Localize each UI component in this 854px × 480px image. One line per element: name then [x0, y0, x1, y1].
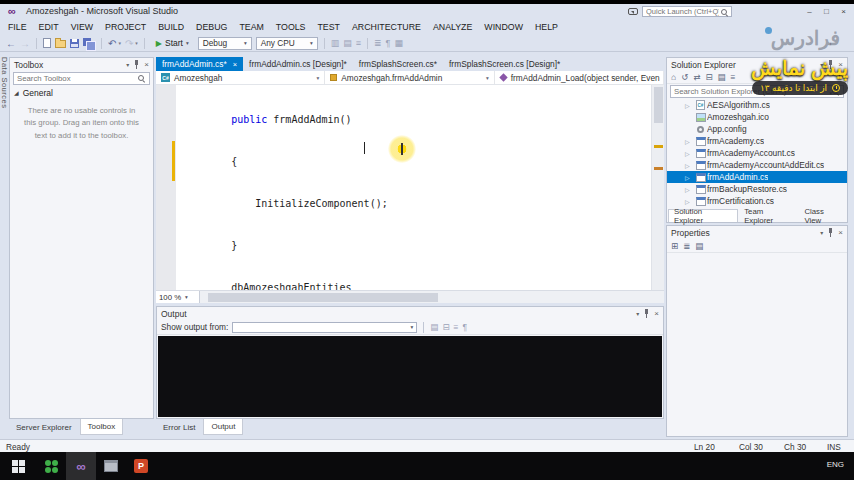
window-position-icon[interactable]: ▾ [820, 229, 823, 236]
window-position-icon[interactable]: ▾ [636, 310, 639, 317]
alphabetical-icon[interactable]: ≣ [683, 241, 690, 251]
taskbar-app-icon[interactable] [36, 452, 66, 480]
quick-launch-box[interactable] [642, 6, 732, 17]
sidebar-tab-data-sources[interactable]: Data Sources [0, 57, 9, 137]
tab-frmsplashscreen-cs[interactable]: frmSplashScreen.cs* [353, 57, 443, 71]
home-icon[interactable]: ⌂ [671, 72, 676, 82]
tab-frmaddadmin-design[interactable]: frmAddAdmin.cs [Design]* [243, 57, 353, 71]
pin-icon[interactable] [643, 309, 650, 318]
toolbar-icon[interactable]: ▤ [343, 38, 352, 48]
tab-error-list[interactable]: Error List [156, 419, 202, 435]
menu-debug[interactable]: DEBUG [190, 19, 233, 35]
scrollbar-thumb[interactable] [654, 87, 663, 123]
open-file-icon[interactable] [55, 40, 66, 48]
minimize-button[interactable]: – [801, 4, 818, 18]
code-line[interactable]: public frmAddAdmin() [183, 113, 650, 127]
tree-item[interactable]: ▷ Amozeshgah.ico [667, 111, 847, 123]
output-header[interactable]: Output ▾ × [157, 307, 663, 320]
menu-help[interactable]: HELP [529, 19, 564, 35]
tab-class-view[interactable]: Class View [799, 209, 847, 222]
menu-test[interactable]: TEST [312, 19, 346, 35]
output-toolbar-icon[interactable]: ⊟ [442, 322, 449, 332]
close-icon[interactable]: × [233, 60, 237, 69]
redo-icon[interactable]: ↷ [125, 36, 133, 51]
toolbar-icon[interactable]: ¶ [386, 38, 391, 48]
tree-item[interactable]: ▷ frmAcademyAccountAddEdit.cs [667, 159, 847, 171]
start-debug-button[interactable]: ▶ Start ▾ [151, 36, 194, 51]
solution-platform-combo[interactable]: Any CPU ▾ [256, 37, 318, 50]
tab-server-explorer[interactable]: Server Explorer [9, 419, 79, 435]
toolbar-icon[interactable]: ≣ [374, 38, 382, 48]
scrollbar-thumb[interactable] [208, 293, 438, 302]
navigate-forward-icon[interactable]: → [20, 36, 30, 51]
tree-item-selected[interactable]: ▷ frmAddAdmin.cs [667, 171, 847, 183]
code-line[interactable]: InitializeComponent(); [183, 197, 650, 211]
menu-architecture[interactable]: ARCHITECTURE [346, 19, 427, 35]
toolbox-header[interactable]: Toolbox ▾ × [10, 58, 153, 71]
output-source-combo[interactable]: ▾ [232, 322, 417, 333]
tree-item[interactable]: ▷ frmCertification.cs [667, 195, 847, 207]
code-line[interactable]: dbAmozeshgahEntities [183, 281, 650, 290]
tree-item[interactable]: ▷ frmAcademy.cs [667, 135, 847, 147]
breadcrumb-project-dropdown[interactable]: C# Amozeshgah ▾ [156, 71, 325, 84]
menu-edit[interactable]: EDIT [33, 19, 65, 35]
close-button[interactable]: × [835, 4, 852, 18]
toolbar-icon[interactable]: ≡ [356, 38, 361, 48]
expander-icon[interactable]: ▷ [685, 198, 694, 205]
show-all-files-icon[interactable]: ▤ [718, 72, 726, 82]
code-editor[interactable]: public frmAddAdmin() { InitializeCompone… [156, 85, 664, 290]
menu-build[interactable]: BUILD [152, 19, 190, 35]
feedback-icon[interactable] [628, 8, 638, 15]
menu-analyze[interactable]: ANALYZE [427, 19, 478, 35]
collapse-all-icon[interactable]: ⊟ [705, 72, 712, 82]
expander-icon[interactable]: ▷ [685, 186, 694, 193]
expander-icon[interactable]: ▷ [685, 138, 694, 145]
expander-icon[interactable]: ▷ [685, 150, 694, 157]
close-icon[interactable]: × [654, 309, 659, 318]
maximize-button[interactable]: □ [818, 4, 835, 18]
toolbar-icon[interactable]: ▥ [331, 38, 340, 48]
undo-icon[interactable]: ↶ [108, 36, 116, 51]
properties-icon[interactable]: ≡ [731, 72, 736, 82]
sync-with-active-document-icon[interactable]: ⇄ [693, 72, 700, 82]
toolbox-section-general[interactable]: ◢ General [10, 86, 153, 99]
menu-view[interactable]: VIEW [65, 19, 99, 35]
tab-toolbox[interactable]: Toolbox [80, 419, 124, 435]
toolbox-search-input[interactable] [17, 74, 133, 83]
toolbox-search-box[interactable] [13, 72, 150, 85]
close-icon[interactable]: × [144, 60, 149, 69]
expander-icon[interactable]: ▷ [685, 102, 694, 109]
output-toolbar-icon[interactable]: ¶ [462, 322, 467, 332]
tree-item[interactable]: ▷ frmBackupRestore.cs [667, 183, 847, 195]
menu-tools[interactable]: TOOLS [270, 19, 312, 35]
tree-item[interactable]: ▷ App.config [667, 123, 847, 135]
expander-icon[interactable]: ▷ [685, 174, 694, 181]
undo-dropdown-icon[interactable]: ▾ [118, 40, 121, 46]
property-pages-icon[interactable]: ▤ [695, 241, 703, 251]
code-line[interactable]: { [183, 155, 650, 169]
navigate-back-icon[interactable]: ← [6, 36, 16, 51]
tab-team-explorer[interactable]: Team Explorer [739, 209, 798, 222]
editor-horizontal-scrollbar[interactable]: 100 % ▾ [156, 290, 664, 303]
editor-vertical-scrollbar[interactable] [651, 85, 664, 290]
toolbar-icon[interactable]: ▦ [394, 38, 403, 48]
tab-frmsplashscreen-design[interactable]: frmSplashScreen.cs [Design]* [443, 57, 566, 71]
categorized-icon[interactable]: ⊞ [671, 241, 678, 251]
quick-launch-input[interactable] [646, 7, 719, 16]
language-indicator[interactable]: ENG [827, 460, 844, 469]
breadcrumb-type-dropdown[interactable]: Amozeshgah.frmAddAdmin ▾ [325, 71, 494, 84]
taskbar-app-icon[interactable] [96, 452, 126, 480]
breadcrumb-member-dropdown[interactable]: frmAddAdmin_Load(object sender, Even ▾ [495, 71, 664, 84]
output-log-area[interactable] [158, 336, 662, 417]
code-line[interactable]: } [183, 239, 650, 253]
menu-team[interactable]: TEAM [233, 19, 269, 35]
menu-project[interactable]: PROJECT [99, 19, 152, 35]
window-position-icon[interactable]: ▾ [126, 61, 129, 68]
tab-frmaddadmin-cs[interactable]: frmAddAdmin.cs* × [156, 57, 243, 71]
close-icon[interactable]: × [838, 228, 843, 237]
taskbar-visual-studio-icon[interactable]: ∞ [66, 452, 96, 480]
save-all-icon[interactable] [83, 38, 95, 49]
save-icon[interactable] [70, 39, 79, 48]
menu-file[interactable]: FILE [2, 19, 33, 35]
tree-item[interactable]: ▷ frmAcademyAccount.cs [667, 147, 847, 159]
